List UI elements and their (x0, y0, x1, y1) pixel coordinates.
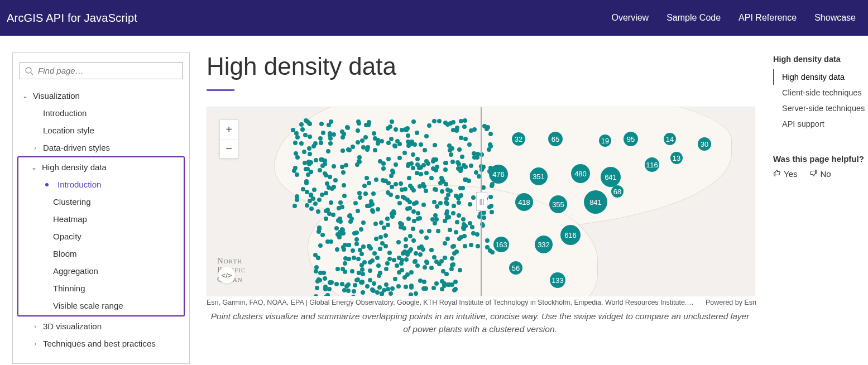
tree-data-driven-styles[interactable]: › Data-driven styles (20, 139, 183, 156)
zoom-out-button[interactable]: − (220, 139, 238, 158)
chevron-down-icon: ⌄ (31, 164, 37, 171)
cluster-marker[interactable]: 163 (493, 237, 509, 252)
toc-item-high-density-data[interactable]: High density data (773, 69, 868, 85)
cluster-marker[interactable]: 13 (670, 152, 683, 164)
point-dot (347, 243, 351, 247)
point-dot (408, 234, 413, 238)
point-dot (391, 170, 395, 175)
cluster-marker[interactable]: 133 (550, 272, 565, 288)
cluster-marker[interactable]: 355 (549, 195, 567, 213)
tree-bloom[interactable]: Bloom (18, 245, 184, 262)
nav-tree: ⌄ Visualization Introduction Location st… (20, 87, 183, 352)
feedback-yes-button[interactable]: Yes (773, 169, 797, 179)
cluster-marker[interactable]: 30 (698, 137, 711, 151)
point-layer (291, 107, 492, 296)
toc-item-server-side[interactable]: Server-side techniques (773, 100, 868, 116)
point-dot (451, 120, 455, 124)
cluster-marker[interactable]: 480 (571, 164, 590, 183)
point-dot (413, 259, 418, 263)
point-dot (386, 223, 390, 227)
point-dot (370, 208, 375, 213)
brand-title[interactable]: ArcGIS API for JavaScript (7, 12, 137, 25)
cluster-marker[interactable]: 332 (535, 236, 553, 253)
cluster-marker[interactable]: 351 (530, 167, 548, 185)
cluster-marker[interactable]: 32 (512, 132, 525, 146)
point-dot (346, 289, 351, 293)
point-dot (455, 126, 459, 130)
point-dot (338, 200, 343, 205)
point-dot (307, 162, 311, 166)
point-dot (457, 237, 462, 241)
toc-item-api-support[interactable]: API support (773, 116, 868, 132)
cluster-marker[interactable]: 418 (515, 193, 533, 211)
point-dot (362, 184, 367, 188)
point-dot (360, 267, 365, 272)
point-dot (316, 277, 321, 282)
tree-thinning[interactable]: Thinning (18, 280, 184, 297)
nav-sample-code[interactable]: Sample Code (666, 13, 721, 23)
tree-techniques-best-practices[interactable]: › Techniques and best practices (20, 335, 183, 352)
tree-aggregation[interactable]: Aggregation (18, 262, 184, 280)
point-dot (385, 261, 390, 266)
cluster-marker[interactable]: 476 (489, 165, 508, 184)
point-dot (454, 249, 459, 254)
point-dot (324, 191, 328, 195)
tree-visible-scale-range[interactable]: Visible scale range (18, 297, 184, 314)
point-dot (368, 268, 372, 273)
tree-3d-visualization[interactable]: › 3D visualization (20, 318, 183, 335)
point-dot (404, 237, 408, 242)
nav-api-reference[interactable]: API Reference (738, 13, 797, 23)
tree-heatmap[interactable]: Heatmap (18, 210, 184, 228)
tree-opacity[interactable]: Opacity (18, 228, 184, 245)
cluster-marker[interactable]: 116 (645, 157, 659, 172)
zoom-in-button[interactable]: + (220, 120, 238, 139)
cluster-marker[interactable]: 616 (560, 225, 581, 245)
cluster-marker[interactable]: 95 (624, 132, 638, 146)
tree-introduction[interactable]: Introduction (20, 104, 183, 122)
map-widget[interactable]: ||| 326519951430134763514806411166841835… (207, 107, 755, 296)
tree-label: High density data (42, 162, 107, 172)
point-dot (332, 185, 336, 189)
point-dot (394, 127, 398, 132)
tree-hdd-introduction[interactable]: Introduction (18, 176, 184, 193)
tree-label: Introduction (43, 108, 87, 118)
point-dot (325, 293, 330, 297)
tree-location-style[interactable]: Location style (20, 122, 183, 139)
cluster-marker[interactable]: 65 (548, 132, 563, 146)
point-dot (341, 170, 346, 175)
point-dot (318, 136, 323, 141)
tree-high-density-data[interactable]: ⌄ High density data (18, 159, 184, 176)
point-dot (481, 185, 486, 190)
point-dot (427, 229, 431, 233)
nav-overview[interactable]: Overview (611, 13, 649, 23)
point-dot (309, 206, 314, 211)
nav-showcase[interactable]: Showcase (814, 13, 856, 23)
point-dot (324, 217, 328, 221)
point-dot (317, 198, 322, 202)
point-dot (308, 135, 312, 139)
chevron-right-icon: › (32, 144, 39, 152)
cluster-marker[interactable]: 68 (611, 185, 624, 198)
point-dot (433, 143, 437, 147)
point-dot (411, 188, 416, 193)
tree-visualization[interactable]: ⌄ Visualization (20, 87, 183, 104)
point-dot (471, 231, 476, 236)
search-input[interactable] (38, 66, 178, 75)
point-dot (342, 194, 347, 198)
search-wrap[interactable] (20, 62, 183, 79)
cluster-marker[interactable]: 56 (509, 261, 522, 275)
point-dot (409, 270, 414, 275)
cluster-marker[interactable]: 14 (664, 133, 676, 145)
cluster-marker[interactable]: 19 (599, 135, 611, 147)
swipe-handle[interactable]: ||| (476, 192, 487, 211)
point-dot (340, 165, 344, 169)
toc-item-client-side[interactable]: Client-side techniques (773, 85, 868, 100)
point-dot (475, 155, 479, 160)
point-dot (368, 278, 372, 282)
cluster-marker[interactable]: 641 (601, 167, 621, 187)
point-dot (312, 188, 316, 192)
code-view-button[interactable]: </> (218, 267, 235, 284)
feedback-no-button[interactable]: No (809, 169, 831, 179)
tree-clustering[interactable]: Clustering (18, 193, 184, 210)
cluster-marker[interactable]: 841 (584, 190, 607, 214)
